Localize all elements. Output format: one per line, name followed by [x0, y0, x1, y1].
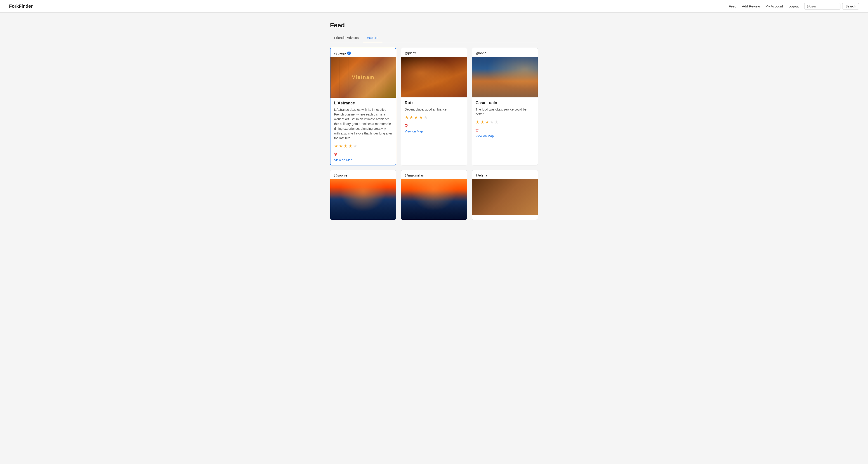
- star-4: ★: [419, 115, 423, 120]
- card-maximilian: @maximilian: [401, 170, 467, 220]
- card-pierre: @pierre Rutz Decent place, good ambiance…: [401, 48, 467, 165]
- star-2: ★: [339, 143, 343, 149]
- view-on-map-anna[interactable]: View on Map: [475, 134, 494, 138]
- card-user-diego: @diego: [334, 51, 346, 55]
- logo: ForkFinder: [9, 4, 33, 9]
- star-4: ★: [490, 119, 494, 125]
- stars-pierre: ★ ★ ★ ★ ★: [405, 115, 463, 120]
- card-image-diego: [331, 57, 396, 98]
- tab-explore[interactable]: Explore: [363, 33, 382, 42]
- card-elena: @elena: [472, 170, 538, 220]
- nav-feed[interactable]: Feed: [729, 4, 737, 8]
- star-1: ★: [475, 119, 480, 125]
- star-4: ★: [348, 143, 352, 149]
- card-header-anna: @anna: [472, 48, 538, 57]
- main-content: Feed Friends' Advices Explore @diego ✓ L…: [326, 13, 542, 229]
- card-image-sophie: [330, 179, 396, 220]
- card-user-pierre: @pierre: [405, 51, 417, 55]
- star-5: ★: [424, 115, 428, 120]
- stars-anna: ★ ★ ★ ★ ★: [475, 119, 534, 125]
- nav: Feed Add Review My Account Logout Search: [729, 3, 859, 9]
- star-5: ★: [495, 119, 499, 125]
- star-2: ★: [409, 115, 413, 120]
- star-5: ★: [353, 143, 357, 149]
- card-image-anna: [472, 57, 538, 97]
- card-header-pierre: @pierre: [401, 48, 467, 57]
- card-sophie: @sophie: [330, 170, 396, 220]
- card-user-elena: @elena: [475, 173, 487, 177]
- card-body-diego: L'Astrance L'Astrance dazzles with its i…: [331, 98, 396, 165]
- star-1: ★: [334, 143, 338, 149]
- card-user-maximilian: @maximilian: [405, 173, 424, 177]
- card-actions-diego: ♥ View on Map: [334, 152, 392, 162]
- like-button-anna[interactable]: ♥: [475, 128, 478, 133]
- nav-logout[interactable]: Logout: [788, 4, 799, 8]
- card-user-sophie: @sophie: [334, 173, 347, 177]
- search-input[interactable]: [804, 3, 840, 9]
- header: ForkFinder Feed Add Review My Account Lo…: [0, 0, 868, 13]
- stars-diego: ★ ★ ★ ★ ★: [334, 143, 392, 149]
- cards-grid: @diego ✓ L'Astrance L'Astrance dazzles w…: [330, 48, 538, 220]
- tab-friends-advices[interactable]: Friends' Advices: [330, 33, 363, 42]
- star-2: ★: [480, 119, 485, 125]
- tabs: Friends' Advices Explore: [330, 33, 538, 42]
- review-text-diego: L'Astrance dazzles with its innovative F…: [334, 107, 392, 141]
- card-body-pierre: Rutz Decent place, good ambiance. ★ ★ ★ …: [401, 97, 467, 136]
- restaurant-name-diego: L'Astrance: [334, 101, 392, 105]
- card-diego: @diego ✓ L'Astrance L'Astrance dazzles w…: [330, 48, 396, 165]
- card-header-diego: @diego ✓: [331, 48, 396, 57]
- star-3: ★: [344, 143, 348, 149]
- restaurant-name-anna: Casa Lucio: [475, 100, 534, 105]
- like-button-diego[interactable]: ♥: [334, 152, 337, 157]
- restaurant-name-pierre: Rutz: [405, 100, 463, 105]
- card-image-maximilian: [401, 179, 467, 220]
- search-button[interactable]: Search: [842, 3, 859, 9]
- search-form: Search: [804, 3, 859, 9]
- star-1: ★: [405, 115, 409, 120]
- review-text-pierre: Decent place, good ambiance.: [405, 107, 463, 112]
- view-on-map-pierre[interactable]: View on Map: [405, 129, 423, 133]
- card-user-anna: @anna: [475, 51, 487, 55]
- card-actions-anna: ♥ View on Map: [475, 128, 534, 138]
- card-body-anna: Casa Lucio The food was okay, service co…: [472, 97, 538, 141]
- card-actions-pierre: ♥ View on Map: [405, 123, 463, 133]
- card-header-sophie: @sophie: [330, 170, 396, 179]
- nav-my-account[interactable]: My Account: [765, 4, 783, 8]
- like-button-pierre[interactable]: ♥: [405, 123, 408, 128]
- card-header-elena: @elena: [472, 170, 538, 179]
- card-image-elena: [472, 179, 538, 215]
- card-header-maximilian: @maximilian: [401, 170, 467, 179]
- page-title: Feed: [330, 22, 538, 29]
- verified-icon-diego: ✓: [347, 52, 351, 55]
- card-anna: @anna Casa Lucio The food was okay, serv…: [472, 48, 538, 165]
- view-on-map-diego[interactable]: View on Map: [334, 158, 352, 162]
- nav-add-review[interactable]: Add Review: [742, 4, 760, 8]
- star-3: ★: [485, 119, 489, 125]
- card-image-pierre: [401, 57, 467, 97]
- star-3: ★: [414, 115, 418, 120]
- review-text-anna: The food was okay, service could be bett…: [475, 107, 534, 117]
